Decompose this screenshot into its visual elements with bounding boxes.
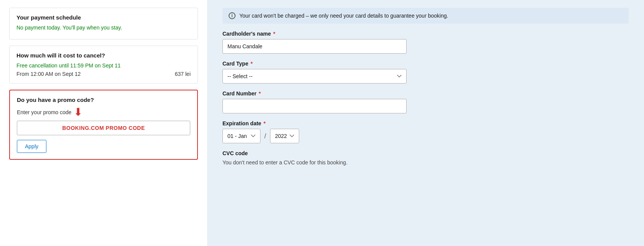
cancellation-card: How much will it cost to cancel? Free ca…: [9, 46, 198, 84]
required-star-3: *: [257, 90, 261, 97]
required-star: *: [272, 31, 275, 37]
promo-title: Do you have a promo code?: [17, 97, 190, 103]
payment-schedule-subtitle: No payment today. You'll pay when you st…: [16, 25, 191, 31]
arrow-down-icon: ⬇: [74, 107, 82, 118]
cvc-group: CVC code You don't need to enter a CVC c…: [222, 150, 629, 166]
info-banner-text: Your card won't be charged – we only nee…: [239, 13, 448, 19]
required-star-2: *: [249, 61, 252, 67]
card-type-label: Card Type *: [222, 61, 629, 67]
payment-schedule-title: Your payment schedule: [16, 14, 191, 21]
expiry-row: 01 - Jan 02 - Feb 03 - Mar 04 - Apr 05 -…: [222, 129, 629, 143]
expiry-slash: /: [264, 132, 266, 140]
cardholder-name-input[interactable]: [222, 39, 407, 54]
expiry-month-select[interactable]: 01 - Jan 02 - Feb 03 - Mar 04 - Apr 05 -…: [222, 129, 260, 143]
card-type-group: Card Type * -- Select -- Visa Mastercard…: [222, 61, 629, 84]
card-type-select[interactable]: -- Select -- Visa Mastercard American Ex…: [222, 69, 407, 84]
free-cancellation-text: Free cancellation until 11:59 PM on Sept…: [16, 62, 191, 69]
apply-button[interactable]: Apply: [17, 140, 46, 153]
card-number-label: Card Number *: [222, 90, 629, 97]
expiry-date-label: Expiration date *: [222, 120, 629, 126]
cvc-description: You don't need to enter a CVC code for t…: [222, 159, 629, 166]
promo-label: Enter your promo code ⬇: [17, 107, 190, 118]
expiry-year-select[interactable]: 2022 2023 2024 2025 2026 2027 2028: [270, 129, 299, 143]
left-panel: Your payment schedule No payment today. …: [0, 0, 207, 246]
cvc-label: CVC code: [222, 150, 629, 156]
right-panel: i Your card won't be charged – we only n…: [207, 0, 644, 246]
card-number-input[interactable]: [222, 99, 407, 113]
promo-code-card: Do you have a promo code? Enter your pro…: [9, 90, 198, 160]
required-star-4: *: [262, 120, 265, 126]
payment-schedule-card: Your payment schedule No payment today. …: [9, 8, 198, 39]
info-icon: i: [229, 12, 236, 19]
cardholder-name-group: Cardholder's name *: [222, 31, 629, 54]
info-banner: i Your card won't be charged – we only n…: [222, 8, 629, 24]
card-number-group: Card Number *: [222, 90, 629, 113]
cancellation-amount: 637 lei: [175, 71, 191, 77]
cancellation-from-row: From 12:00 AM on Sept 12 637 lei: [16, 71, 191, 77]
expiry-date-group: Expiration date * 01 - Jan 02 - Feb 03 -…: [222, 120, 629, 143]
cardholder-name-label: Cardholder's name *: [222, 31, 629, 37]
cancellation-from-label: From 12:00 AM on Sept 12: [16, 71, 81, 77]
cancellation-title: How much will it cost to cancel?: [16, 52, 191, 59]
promo-code-input[interactable]: [17, 121, 190, 135]
